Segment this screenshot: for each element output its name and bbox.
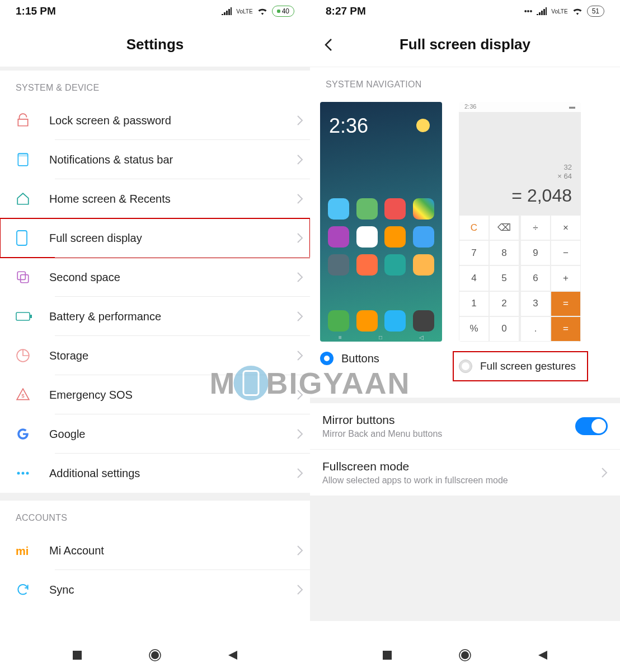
wifi-icon xyxy=(572,7,583,15)
second-space-icon xyxy=(16,270,49,284)
row-second-space[interactable]: Second space xyxy=(0,258,310,297)
calc-key: 1 xyxy=(459,291,489,316)
row-label: Google xyxy=(49,428,297,441)
calc-key: 7 xyxy=(459,240,489,265)
calc-key: . xyxy=(520,316,551,342)
row-sync[interactable]: Sync xyxy=(0,570,310,609)
row-label: Storage xyxy=(49,349,297,362)
battery-icon: 51 xyxy=(587,6,604,17)
toggle-on-icon[interactable] xyxy=(575,417,608,435)
calc-key: C xyxy=(459,215,489,240)
row-label: Second space xyxy=(49,271,297,284)
setting-subtitle: Mirror Back and Menu buttons xyxy=(322,429,575,439)
row-label: Full screen display xyxy=(49,232,297,245)
section-system-device: SYSTEM & DEVICE xyxy=(0,71,310,101)
row-fullscreen-mode[interactable]: Fullscreen mode Allow selected apps to w… xyxy=(310,450,620,496)
android-nav-bar xyxy=(0,638,310,672)
chevron-right-icon xyxy=(601,467,608,478)
svg-rect-16 xyxy=(383,651,392,660)
svg-rect-3 xyxy=(17,272,25,279)
row-mi-account[interactable]: mi Mi Account xyxy=(0,531,310,570)
chevron-right-icon xyxy=(297,232,303,244)
status-time: 8:27 PM xyxy=(326,5,366,17)
row-emergency-sos[interactable]: $ Emergency SOS xyxy=(0,375,310,414)
row-lock-screen[interactable]: Lock screen & password xyxy=(0,101,310,140)
nav-back-icon[interactable] xyxy=(227,650,238,661)
setting-subtitle: Allow selected apps to work in fullscree… xyxy=(322,475,601,486)
nav-recents-icon[interactable] xyxy=(382,650,393,661)
chevron-right-icon xyxy=(297,193,303,204)
setting-title: Mirror buttons xyxy=(322,413,575,427)
navigation-previews: 2:36 ≡□◁ Buttons 2:36▬ xyxy=(310,102,620,381)
option-full-screen-gestures[interactable]: Full screen gestures xyxy=(453,352,588,381)
google-icon xyxy=(16,427,49,441)
chevron-right-icon xyxy=(297,584,303,595)
title-bar: Full screen display xyxy=(310,22,620,67)
row-label: Notifications & status bar xyxy=(49,153,297,166)
svg-rect-4 xyxy=(21,275,29,283)
row-label: Battery & performance xyxy=(49,310,297,323)
calc-key: 2 xyxy=(489,291,519,316)
section-accounts: ACCOUNTS xyxy=(0,501,310,531)
setting-title: Fullscreen mode xyxy=(322,460,601,473)
chevron-right-icon xyxy=(297,154,303,165)
calc-key: − xyxy=(551,240,581,265)
storage-icon xyxy=(16,348,49,363)
lock-icon xyxy=(16,113,49,128)
calc-key: + xyxy=(551,265,581,291)
fullscreen-display-icon xyxy=(16,230,49,246)
svg-rect-13 xyxy=(73,651,82,660)
option-buttons[interactable]: Buttons xyxy=(320,352,379,365)
section-system-navigation: SYSTEM NAVIGATION xyxy=(310,67,620,97)
svg-text:$: $ xyxy=(21,393,25,399)
row-notifications[interactable]: Notifications & status bar xyxy=(0,140,310,179)
row-google[interactable]: Google xyxy=(0,414,310,454)
row-mirror-buttons[interactable]: Mirror buttons Mirror Back and Menu butt… xyxy=(310,403,620,450)
calc-line2: × 64 xyxy=(557,172,572,181)
nav-home-icon[interactable] xyxy=(458,648,472,662)
status-bar: 1:15 PM VoLTE 40 xyxy=(0,0,310,22)
preview-time: 2:36 xyxy=(329,114,368,138)
weather-sun-icon xyxy=(416,119,430,132)
calc-key: ÷ xyxy=(520,215,551,240)
android-nav-bar xyxy=(310,638,620,672)
calc-key: = xyxy=(551,316,581,342)
row-full-screen-display[interactable]: Full screen display xyxy=(0,218,310,258)
volte-icon: VoLTE xyxy=(236,9,252,14)
nav-back-icon[interactable] xyxy=(537,650,548,661)
calc-time: 2:36 xyxy=(464,103,476,110)
calc-key: % xyxy=(459,316,489,342)
calc-key: 6 xyxy=(520,265,551,291)
row-battery[interactable]: Battery & performance xyxy=(0,297,310,336)
signal-icon xyxy=(222,7,232,15)
calc-key: 5 xyxy=(489,265,519,291)
svg-rect-6 xyxy=(30,315,32,318)
row-storage[interactable]: Storage xyxy=(0,336,310,375)
chevron-right-icon xyxy=(297,350,303,361)
chevron-right-icon xyxy=(297,428,303,440)
home-icon xyxy=(16,192,49,206)
calc-result: = 2,048 xyxy=(511,185,572,206)
svg-point-18 xyxy=(461,651,469,659)
mi-icon: mi xyxy=(16,545,49,556)
row-label: Additional settings xyxy=(49,467,297,480)
calc-key: 4 xyxy=(459,265,489,291)
settings-screen: 1:15 PM VoLTE 40 Settings SYSTEM & DEVIC… xyxy=(0,0,310,621)
row-label: Lock screen & password xyxy=(49,114,297,127)
back-button[interactable] xyxy=(323,37,334,53)
svg-point-15 xyxy=(151,651,159,659)
wifi-icon xyxy=(257,7,267,15)
calc-key: 8 xyxy=(489,240,519,265)
battery-perf-icon xyxy=(16,311,49,322)
calc-key: ⌫ xyxy=(489,215,519,240)
nav-recents-icon[interactable] xyxy=(72,650,83,661)
row-label: Emergency SOS xyxy=(49,389,297,402)
row-home-screen[interactable]: Home screen & Recents xyxy=(0,179,310,218)
nav-home-icon[interactable] xyxy=(148,648,162,662)
sync-icon xyxy=(16,582,49,597)
status-bar: 8:27 PM ••• VoLTE 51 xyxy=(310,0,620,22)
volte-icon: VoLTE xyxy=(551,9,567,14)
svg-point-9 xyxy=(17,472,20,475)
signal-icon xyxy=(537,7,547,15)
row-additional-settings[interactable]: Additional settings xyxy=(0,454,310,493)
